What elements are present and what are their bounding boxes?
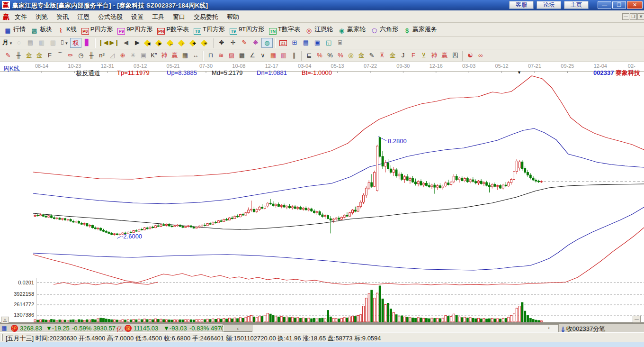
menu-item-1[interactable]: 浏览 [31, 10, 52, 21]
draw-tool-gold-grid-1[interactable]: 金 [24, 51, 34, 60]
toolbar-button-nav-first[interactable]: ❙◀ [98, 38, 109, 48]
draw-tool-infinity[interactable]: ∞ [475, 51, 486, 60]
draw-tool-note-flag[interactable]: ✎ [367, 51, 377, 60]
toolbar-button-flower[interactable]: ❋ [250, 38, 261, 48]
draw-tool-j-line[interactable]: J [398, 51, 408, 60]
kefu-button[interactable]: 客服 [509, 1, 534, 9]
draw-tool-star-grid[interactable]: ✳ [128, 51, 138, 60]
toolbar-button-dia-shrink[interactable]: ◆↕ [177, 38, 188, 48]
toolbar-button-9t-sifang[interactable]: T99T四方形 [228, 24, 267, 35]
scroll-right-icon[interactable]: › [548, 325, 550, 330]
draw-tool-k-notation[interactable]: K″ [149, 51, 159, 60]
draw-tool-percent-black[interactable]: % [325, 51, 335, 60]
toolbar-button-print[interactable]: ⌸ [334, 38, 346, 48]
quote-grid-icon[interactable]: ▦ [1, 325, 9, 331]
menu-item-8[interactable]: 交易委托 [189, 10, 223, 21]
toolbar-button-hangqing[interactable]: ▦行情 [2, 24, 28, 35]
draw-tool-four-tool[interactable]: 四 [450, 51, 460, 60]
draw-tool-fan-lines[interactable]: ≋ [216, 51, 226, 60]
scrollbar-thumb[interactable]: ‹ [223, 325, 252, 332]
menu-item-9[interactable]: 帮助 [223, 10, 243, 21]
draw-tool-yinyang[interactable]: ☯ [465, 51, 475, 60]
menu-item-2[interactable]: 资讯 [52, 10, 73, 21]
toolbar-button-bankuai[interactable]: ▩板块 [28, 24, 55, 35]
draw-tool-box-grid[interactable]: ▣ [138, 51, 149, 60]
toolbar-button-dia-plus[interactable]: ◆✚ [188, 38, 200, 48]
menu-item-6[interactable]: 工具 [148, 10, 169, 21]
draw-tool-price-grid[interactable]: ╫ [86, 51, 97, 60]
mdi-minimize-button[interactable]: — [622, 13, 629, 20]
close-button[interactable]: ✕ [627, 1, 643, 9]
draw-tool-f-line[interactable]: F [408, 51, 419, 60]
toolbar-button-calculator[interactable]: ⊞ [289, 38, 300, 48]
luntan-button[interactable]: 论坛 [537, 1, 561, 9]
toolbar-button-dia-right[interactable]: ◆▶ [154, 38, 166, 48]
draw-tool-shen-angle[interactable]: 神 [429, 51, 439, 60]
toolbar-button-pan-hand[interactable]: ✥ [216, 38, 227, 48]
menu-item-0[interactable]: 文件 [10, 10, 31, 21]
mdi-restore-button[interactable]: ❐ [630, 13, 637, 20]
draw-tool-zigzag-tool[interactable]: ∨ [258, 51, 268, 60]
toolbar-button-period-month[interactable]: 月▼ [2, 38, 13, 48]
toolbar-button-yingjialun[interactable]: ◉赢家轮 [336, 24, 368, 35]
draw-tool-red-grid-1[interactable]: ▦ [268, 51, 278, 60]
draw-tool-dense-box[interactable]: ▩ [237, 51, 247, 60]
draw-tool-win-tool[interactable]: 赢 [170, 51, 180, 60]
toolbar-button-kxian[interactable]: ⌇K线 [55, 24, 80, 35]
toolbar-button-jiangenlun[interactable]: ◎江恩轮 [303, 24, 336, 35]
draw-tool-pivot-tool[interactable]: ⊼ [377, 51, 387, 60]
toolbar-button-marker-pen[interactable]: ✎ [239, 38, 250, 48]
toolbar-button-p-sifang[interactable]: P8P四方形 [80, 24, 116, 35]
toolbar-button-calendar[interactable]: 21 [277, 38, 289, 48]
draw-tool-v-line[interactable]: ⊻ [419, 51, 429, 60]
toolbar-button-nav-prev[interactable]: ◀ [120, 38, 132, 48]
toolbar-button-dia-left[interactable]: ◆◀ [143, 38, 154, 48]
draw-tool-angle-tool[interactable]: ◿ [107, 51, 117, 60]
draw-tool-square-n2[interactable]: n² [97, 51, 107, 60]
toolbar-button-p-shuzi[interactable]: PNP数字表 [155, 24, 192, 35]
draw-tool-arc-tool[interactable]: ⌒ [55, 51, 65, 60]
toolbar-button-dia-star[interactable]: ◆✳ [200, 38, 211, 48]
toolbar-button-nav-last[interactable]: ▶❙ [109, 38, 120, 48]
draw-tool-fibo-grid[interactable]: F [45, 51, 55, 60]
draw-tool-gann-grid[interactable]: ╫ [13, 51, 24, 60]
draw-tool-brush-tool[interactable]: ✏ [65, 51, 76, 60]
toolbar-button-t-shuzi[interactable]: TNT数字表 [267, 24, 303, 35]
collapse-pane-button[interactable]: — [633, 316, 641, 323]
mdi-close-button[interactable]: ✕ [637, 13, 644, 20]
draw-tool-percent-line[interactable]: % [335, 51, 346, 60]
draw-tool-time-circle[interactable]: ◷ [76, 51, 86, 60]
draw-tool-gold-grid-2[interactable]: 金 [34, 51, 45, 60]
draw-tool-parallel-lines[interactable]: ∥ [289, 51, 299, 60]
toolbar-button-save[interactable]: ▣ [312, 38, 323, 48]
draw-tool-target-tool[interactable]: ⊕ [117, 51, 128, 60]
toolbar-button-candle-style[interactable]: ⌷▼ [59, 38, 70, 48]
toolbar-button-region[interactable]: ◍ [261, 38, 273, 48]
draw-tool-percent-red[interactable]: % [314, 51, 325, 60]
menu-item-5[interactable]: 设置 [127, 10, 148, 21]
minimize-button[interactable]: — [598, 1, 611, 9]
zhuye-button[interactable]: 主页 [564, 1, 589, 9]
toolbar-button-9p-sifang[interactable]: P99P四方形 [116, 24, 155, 35]
toolbar-button-fuwu[interactable]: $赢家服务 [401, 24, 440, 35]
draw-tool-win-angle[interactable]: 赢 [439, 51, 450, 60]
toolbar-button-crosshair[interactable]: ✛ [227, 38, 239, 48]
chart-canvas[interactable] [0, 62, 644, 325]
draw-tool-bracket-tool[interactable]: ⊓ [206, 51, 216, 60]
draw-tool-gold-line[interactable]: 金 [356, 51, 367, 60]
draw-tool-hatch-box[interactable]: ▨ [226, 51, 237, 60]
horizontal-scrollbar[interactable]: ‹ › [223, 324, 559, 332]
toolbar-button-quanxi[interactable]: 权 [70, 38, 81, 48]
toolbar-button-notepad[interactable]: ▤ [300, 38, 312, 48]
draw-tool-gold-angle[interactable]: 金 [387, 51, 398, 60]
chart-area[interactable]: 周K线 08-1410-2312-3103-1205-2107-3010-081… [0, 62, 644, 323]
toolbar-button-export[interactable]: ◱ [323, 38, 334, 48]
toolbar-button-t-sifang[interactable]: T8T四方形 [192, 24, 228, 35]
menu-item-7[interactable]: 窗口 [169, 10, 189, 21]
menu-item-3[interactable]: 江恩 [73, 10, 94, 21]
toolbar-button-nav-next[interactable]: ▶ [132, 38, 143, 48]
draw-tool-shen-tool[interactable]: 神 [159, 51, 170, 60]
draw-tool-angle-lines[interactable]: ∠ [247, 51, 258, 60]
draw-tool-draw-pen[interactable]: ✎ [3, 51, 13, 60]
toolbar-button-dia-expand[interactable]: ◆↔ [166, 38, 177, 48]
